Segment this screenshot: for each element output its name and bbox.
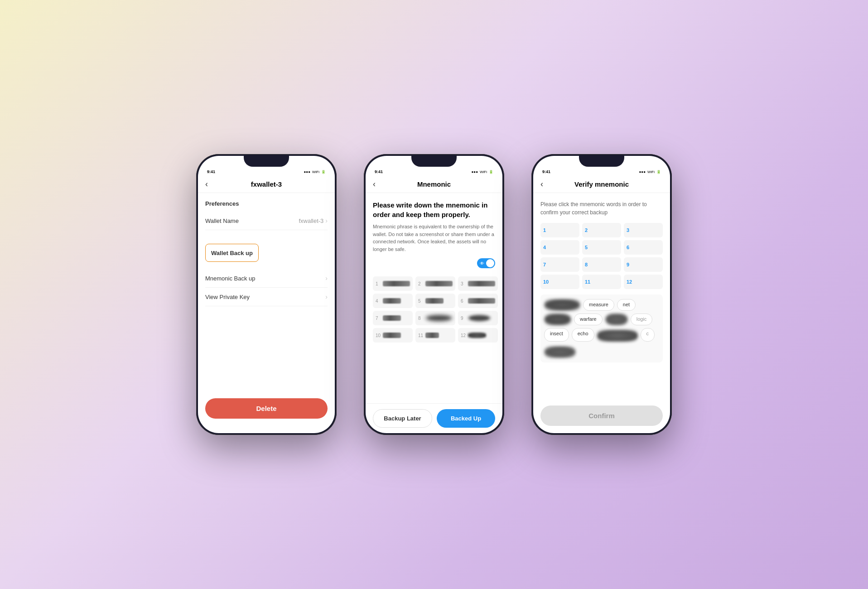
mnemonic-word-6 — [468, 298, 495, 304]
word-chip-net[interactable]: net — [617, 299, 636, 311]
verify-cell-1[interactable]: 1 — [540, 223, 579, 237]
mnemonic-cell-9: 9 — [458, 311, 498, 325]
mnemonic-backup-chevron: › — [325, 275, 328, 282]
word-chip-measure[interactable]: measure — [583, 299, 614, 311]
word-chip-insect[interactable]: insect — [544, 328, 569, 342]
page-title-3: Verify mnemonic — [574, 180, 629, 188]
notch-3 — [579, 156, 624, 167]
view-private-key-item[interactable]: View Private Key › — [205, 288, 328, 306]
verify-grid: 1 2 3 4 5 6 7 — [540, 223, 663, 289]
wallet-name-label: Wallet Name — [205, 217, 299, 224]
mnemonic-word-5 — [425, 298, 444, 304]
mnemonic-cell-12: 12 — [458, 328, 498, 343]
screen-content-3: Please click the mnemonic words in order… — [533, 193, 670, 406]
mnemonic-word-7 — [383, 315, 401, 321]
back-button-2[interactable]: ‹ — [373, 179, 376, 189]
view-private-key-label: View Private Key — [205, 294, 325, 300]
back-button-1[interactable]: ‹ — [205, 179, 208, 189]
verify-cell-3[interactable]: 3 — [624, 223, 663, 237]
mnemonic-word-2 — [425, 281, 453, 286]
word-chip-blurred-4[interactable] — [597, 330, 638, 342]
wallet-name-value: fxwallet-3 — [299, 217, 323, 224]
verify-cell-7[interactable]: 7 — [540, 257, 579, 272]
preferences-title: Preferences — [205, 200, 328, 207]
mnemonic-cell-1: 1 — [373, 276, 413, 291]
word-chip-warfare[interactable]: warfare — [574, 314, 603, 325]
confirm-button[interactable]: Confirm — [540, 406, 663, 426]
mnemonic-word-8 — [425, 315, 453, 321]
page-title-1: fxwallet-3 — [251, 180, 282, 188]
mnemonic-cell-6: 6 — [458, 294, 498, 308]
mnemonic-word-12 — [468, 333, 486, 338]
mnemonic-word-10 — [383, 333, 401, 338]
word-chip-c[interactable]: c — [641, 328, 655, 342]
word-chips-area: measure net warfare logic insect echo c — [540, 294, 663, 362]
mnemonic-cell-11: 11 — [415, 328, 455, 343]
word-chip-blurred-3[interactable] — [605, 314, 628, 325]
mnemonic-grid: 1 2 3 4 5 — [373, 276, 495, 343]
nav-header-1: ‹ fxwallet-3 — [198, 176, 335, 193]
visibility-toggle[interactable]: 👁 — [477, 258, 495, 268]
phone1-bottom: Delete — [198, 398, 335, 433]
mnemonic-word-9 — [468, 315, 491, 321]
mnemonic-word-11 — [425, 333, 439, 338]
delete-button[interactable]: Delete — [205, 398, 328, 419]
verify-cell-5[interactable]: 5 — [582, 240, 621, 255]
wallet-name-item[interactable]: Wallet Name fxwallet-3 › — [205, 212, 328, 230]
phone-3: 9:41 ●●●WiFi🔋 ‹ Verify mnemonic Please c… — [531, 154, 672, 435]
mnemonic-word-4 — [383, 298, 401, 304]
notch-2 — [411, 156, 457, 167]
mnemonic-cell-7: 7 — [373, 311, 413, 325]
mnemonic-backup-item[interactable]: Mnemonic Back up › — [205, 269, 328, 288]
mnemonic-backup-label: Mnemonic Back up — [205, 275, 325, 282]
wallet-backup-title: Wallet Back up — [211, 250, 253, 256]
wallet-name-chevron: › — [325, 217, 328, 224]
backup-later-button[interactable]: Backup Later — [373, 409, 432, 428]
mnemonic-cell-5: 5 — [415, 294, 455, 308]
verify-cell-9[interactable]: 9 — [624, 257, 663, 272]
mnemonic-word-1 — [383, 281, 410, 286]
phone-1: 9:41 ●●● WiFi 🔋 ‹ fxwallet-3 Preferences… — [196, 154, 337, 435]
verify-description: Please click the mnemonic words in order… — [540, 200, 663, 217]
mnemonic-cell-3: 3 — [458, 276, 498, 291]
word-chip-blurred-1[interactable] — [544, 299, 580, 311]
backed-up-button[interactable]: Backed Up — [437, 409, 495, 428]
verify-cell-10[interactable]: 10 — [540, 275, 579, 289]
mnemonic-cell-2: 2 — [415, 276, 455, 291]
toggle-container: 👁 — [373, 258, 495, 272]
phone-2: 9:41 ●●●WiFi🔋 ‹ Mnemonic Please write do… — [364, 154, 504, 435]
mnemonic-cell-4: 4 — [373, 294, 413, 308]
page-title-2: Mnemonic — [417, 180, 451, 188]
verify-cell-2[interactable]: 2 — [582, 223, 621, 237]
mnemonic-word-3 — [468, 281, 495, 286]
phone3-bottom: Confirm — [533, 406, 670, 433]
word-chip-blurred-2[interactable] — [544, 314, 571, 325]
verify-cell-11[interactable]: 11 — [582, 275, 621, 289]
notch-1 — [244, 156, 289, 167]
screen-content-1: Preferences Wallet Name fxwallet-3 › Wal… — [198, 193, 335, 398]
view-private-key-chevron: › — [325, 293, 328, 300]
mnemonic-description: Mnemonic phrase is equivalent to the own… — [373, 223, 495, 253]
word-chip-echo[interactable]: echo — [572, 328, 594, 342]
verify-cell-12[interactable]: 12 — [624, 275, 663, 289]
verify-cell-8[interactable]: 8 — [582, 257, 621, 272]
nav-header-2: ‹ Mnemonic — [366, 176, 502, 193]
word-chip-blurred-5[interactable] — [544, 346, 576, 358]
nav-header-3: ‹ Verify mnemonic — [533, 176, 670, 193]
word-chip-logic[interactable]: logic — [631, 314, 653, 325]
mnemonic-cell-8: 8 — [415, 311, 455, 325]
back-button-3[interactable]: ‹ — [540, 179, 543, 189]
wallet-backup-section: Wallet Back up — [205, 244, 259, 262]
mnemonic-header: Please write down the mnemonic in order … — [373, 200, 495, 219]
bottom-actions-2: Backup Later Backed Up — [366, 403, 502, 433]
mnemonic-cell-10: 10 — [373, 328, 413, 343]
verify-cell-6[interactable]: 6 — [624, 240, 663, 255]
screen-content-2: Please write down the mnemonic in order … — [366, 193, 502, 403]
eye-icon: 👁 — [480, 261, 484, 266]
verify-cell-4[interactable]: 4 — [540, 240, 579, 255]
